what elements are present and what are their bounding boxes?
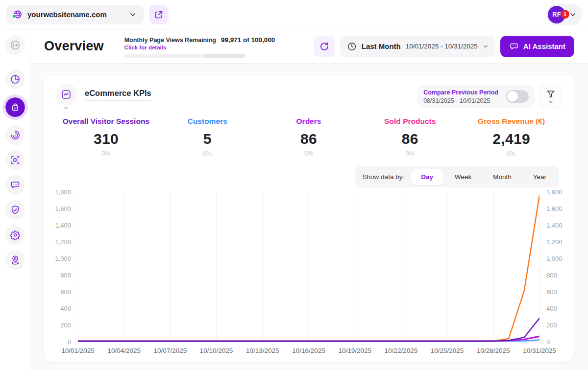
kpi-label[interactable]: Sold Products [359,117,461,126]
show-data-by-option-year[interactable]: Year [523,169,556,185]
target-scan-icon [10,155,21,165]
ai-chat-icon [509,42,519,51]
y-tick-label: 1,000 [546,255,567,262]
x-tick-label: 10/01/2025 [61,347,95,354]
y-tick-label: 1,600 [50,206,71,212]
y-tick-label: 1,600 [546,206,567,212]
page-views-details-link[interactable]: Click for details [124,45,216,50]
y-tick-label: 200 [50,322,71,329]
kpi-row: Overall Visitor Sessions 310 0% Customer… [50,117,567,157]
chevron-down-icon [63,106,69,110]
kpi-sold-products: Sold Products 86 0% [359,117,461,157]
card-title: eCommerce KPIs [85,89,151,101]
chart-plot [78,192,539,342]
x-tick-label: 10/16/2025 [292,347,325,354]
kpi-value: 86 [258,131,360,147]
kpi-label[interactable]: Customers [157,117,258,126]
sidebar-item-analytics[interactable] [5,69,25,89]
y-tick-label: 600 [50,289,71,296]
website-name: yourwebsitename.com [27,10,124,19]
kpi-orders: Orders 86 0% [258,117,360,157]
y-tick-label: 600 [546,289,567,296]
kpi-delta: 0% [258,150,360,157]
show-data-by-option-day[interactable]: Day [411,169,443,185]
sidebar-item-tracking[interactable] [5,150,25,170]
date-range-selector[interactable]: Last Month 10/01/2025 - 10/31/2025 [340,36,495,57]
notification-badge: 1 [561,10,569,19]
show-data-by-control: Show data by: DayWeekMonthYear [355,166,559,187]
widget-menu-button[interactable] [55,84,77,110]
kpi-delta: 0% [55,150,157,157]
ai-assistant-label: AI Assistant [523,42,565,50]
kpi-delta: 0% [359,150,461,157]
open-website-button[interactable] [149,5,169,24]
compare-toggle[interactable] [506,90,529,103]
shield-check-icon [10,205,21,215]
kpi-delta: 0% [461,150,562,157]
date-range-value: 10/01/2025 - 10/31/2025 [406,43,478,50]
refresh-button[interactable] [314,36,335,57]
clock-icon [347,42,357,51]
filter-button[interactable] [539,84,562,109]
sidebar-item-sessions[interactable] [5,125,25,145]
x-tick-label: 10/25/2025 [431,347,464,354]
sidebar-item-feedback[interactable] [5,175,25,195]
compare-range: 08/31/2025 - 10/01/2025 [423,97,498,104]
x-tick-label: 10/10/2025 [200,347,233,354]
top-bar: yourwebsitename.com RF 1 [0,0,588,29]
gear-icon [10,230,21,240]
chevron-down-icon [548,100,554,104]
y-tick-label: 0 [546,339,567,346]
x-tick-label: 10/22/2025 [385,347,418,354]
kpi-overall-visitor-sessions: Overall Visitor Sessions 310 0% [55,117,157,157]
x-axis: 10/01/202510/04/202510/07/202510/10/2025… [78,342,539,357]
date-range-label: Last Month [362,42,401,50]
y-tick-label: 800 [50,272,71,279]
sidebar-item-security[interactable] [5,200,25,220]
shopping-bag-icon [10,102,21,113]
kpi-label[interactable]: Gross Revenue (€) [461,117,562,126]
y-tick-label: 800 [546,272,567,279]
content-area: eCommerce KPIs Compare Previous Period 0… [30,64,588,370]
y-tick-label: 400 [50,305,71,312]
x-tick-label: 10/28/2025 [477,347,510,354]
compare-label: Compare Previous Period [423,89,498,96]
kpi-value: 5 [157,131,258,147]
x-tick-label: 10/19/2025 [338,347,371,354]
page-header: Overview Monthly Page Views Remaining Cl… [30,29,588,64]
user-menu[interactable]: RF 1 [545,4,582,25]
sidebar-item-expand[interactable] [5,35,25,55]
sidebar-item-settings[interactable] [5,225,25,245]
y-tick-label: 1,800 [50,189,71,196]
page-title: Overview [44,39,104,54]
show-data-by-option-week[interactable]: Week [445,169,481,185]
ai-assistant-button[interactable]: AI Assistant [500,36,574,57]
y-axis-left: 1,8001,6001,4001,2001,0008006004002000 [50,189,78,346]
show-data-by-label: Show data by: [363,173,405,181]
chevron-down-icon [483,44,489,49]
page-views-progress [124,54,245,58]
y-axis-right: 1,8001,6001,4001,2001,0008006004002000 [539,189,567,346]
kpi-label[interactable]: Orders [258,117,360,126]
kpi-chart-svg [78,192,539,342]
sidebar-item-geolocation[interactable] [5,250,25,270]
y-tick-label: 0 [50,339,71,346]
sidebar [0,29,30,370]
sidebar-item-ecommerce[interactable] [5,97,25,117]
show-data-by-option-month[interactable]: Month [483,169,521,185]
kpi-gross-revenue: Gross Revenue (€) 2,419 0% [461,117,562,157]
kpi-chart: 1,8001,6001,4001,2001,0008006004002000 1… [50,192,567,357]
kpi-label[interactable]: Overall Visitor Sessions [55,117,157,126]
page-views-label: Monthly Page Views Remaining [124,37,216,44]
x-tick-label: 10/31/2025 [523,347,556,354]
kpi-value: 310 [55,131,157,147]
x-tick-label: 10/07/2025 [154,347,187,354]
globe-icon [12,9,23,20]
compare-previous-period: Compare Previous Period 08/31/2025 - 10/… [417,85,535,108]
ecommerce-kpis-card: eCommerce KPIs Compare Previous Period 0… [43,74,574,362]
y-tick-label: 1,200 [546,239,567,246]
y-tick-label: 400 [546,305,567,312]
refresh-icon [319,42,329,51]
website-selector[interactable]: yourwebsitename.com [6,5,144,24]
sidebar-expand-icon [10,40,21,50]
